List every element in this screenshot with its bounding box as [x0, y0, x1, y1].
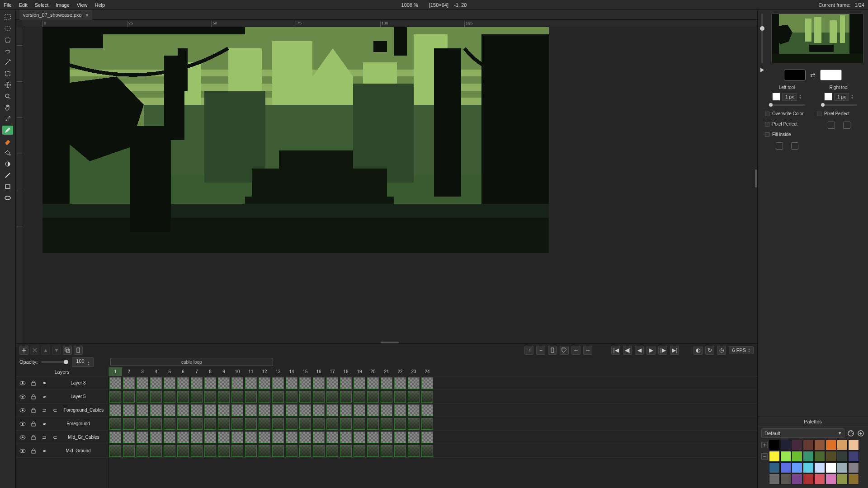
layer-link-icon[interactable]: ⊃: [40, 406, 48, 414]
preview-window[interactable]: [771, 14, 863, 63]
preview-play-button[interactable]: [760, 68, 764, 72]
document-tab[interactable]: version_07_showcase.pxo ×: [19, 10, 92, 20]
overwrite-checkbox[interactable]: [765, 112, 769, 116]
frame-cell[interactable]: [380, 444, 393, 458]
frame-cell[interactable]: [258, 417, 271, 431]
frame-cell[interactable]: [366, 404, 380, 417]
frame-cell[interactable]: [217, 431, 231, 444]
palette-swatch[interactable]: [792, 462, 802, 473]
palette-swatch[interactable]: [848, 474, 859, 484]
opacity-value[interactable]: 100 ▲▼: [72, 357, 94, 367]
frame-cell[interactable]: [271, 404, 285, 417]
frame-cell[interactable]: [203, 444, 217, 458]
frame-cell[interactable]: [380, 390, 393, 404]
frame-cell[interactable]: [407, 390, 420, 404]
frame-number[interactable]: 18: [339, 367, 353, 376]
frame-number[interactable]: 21: [380, 367, 393, 376]
lock-icon[interactable]: [29, 420, 38, 428]
palette-swatch[interactable]: [803, 451, 814, 462]
frame-cell[interactable]: [258, 444, 271, 458]
frame-cell[interactable]: [149, 444, 163, 458]
bucket-tool[interactable]: [2, 148, 13, 157]
palette-swatch[interactable]: [837, 462, 848, 473]
frame-cell[interactable]: [326, 404, 339, 417]
frame-cell[interactable]: [353, 376, 366, 390]
next-frame-button[interactable]: |▶: [658, 346, 667, 355]
palette-swatch[interactable]: [848, 462, 859, 473]
frame-cell[interactable]: [407, 444, 420, 458]
move-layer-down-button[interactable]: ▼: [52, 346, 61, 355]
add-palette-icon[interactable]: [857, 430, 864, 437]
frame-cell[interactable]: [285, 444, 298, 458]
frame-cell[interactable]: [366, 376, 380, 390]
frame-cell[interactable]: [285, 431, 298, 444]
frame-cell[interactable]: [353, 431, 366, 444]
frame-number[interactable]: 16: [312, 367, 326, 376]
frame-cell[interactable]: [285, 376, 298, 390]
frame-cell[interactable]: [407, 431, 420, 444]
canvas-viewport[interactable]: 0255075100125: [16, 20, 757, 343]
frame-cell[interactable]: [393, 376, 407, 390]
frame-cell[interactable]: [244, 417, 258, 431]
clone-frame-button[interactable]: [548, 346, 557, 355]
frame-cell[interactable]: [122, 444, 136, 458]
frame-cell[interactable]: [285, 390, 298, 404]
frame-cell[interactable]: [149, 431, 163, 444]
frame-cell[interactable]: [285, 404, 298, 417]
frame-cell[interactable]: [190, 404, 203, 417]
palette-swatch[interactable]: [826, 474, 836, 484]
frame-cell[interactable]: [231, 417, 244, 431]
frame-cell[interactable]: [136, 376, 149, 390]
frame-cell[interactable]: [326, 431, 339, 444]
frame-cell[interactable]: [108, 404, 122, 417]
frame-tag[interactable]: cable loop: [110, 358, 273, 366]
palette-dropdown[interactable]: Default▾: [761, 428, 844, 438]
frame-cell[interactable]: [271, 417, 285, 431]
frame-cell[interactable]: [271, 444, 285, 458]
frame-cell[interactable]: [420, 376, 434, 390]
foreground-color[interactable]: [784, 70, 806, 80]
frame-cell[interactable]: [312, 431, 326, 444]
palette-swatch[interactable]: [814, 462, 825, 473]
frame-number[interactable]: 13: [271, 367, 285, 376]
palette-swatch[interactable]: [780, 440, 791, 450]
frame-cell[interactable]: [339, 404, 353, 417]
brush-size-input[interactable]: 1 px: [782, 93, 797, 101]
last-frame-button[interactable]: ▶|: [670, 346, 679, 355]
frame-number[interactable]: 8: [203, 367, 217, 376]
polygon-select-tool[interactable]: [2, 35, 13, 44]
frame-cell[interactable]: [203, 404, 217, 417]
frame-cell[interactable]: [231, 444, 244, 458]
brush-shape-right[interactable]: [824, 93, 832, 101]
palette-swatch[interactable]: [792, 451, 802, 462]
play-reverse-button[interactable]: ◀: [635, 346, 644, 355]
frame-cell[interactable]: [108, 390, 122, 404]
frame-cell[interactable]: [244, 404, 258, 417]
brush-size-slider[interactable]: [769, 104, 805, 106]
frame-cell[interactable]: [298, 404, 312, 417]
frame-cell[interactable]: [366, 417, 380, 431]
frame-cell[interactable]: [149, 417, 163, 431]
layer-link-icon[interactable]: ⚭: [40, 420, 48, 428]
frame-number[interactable]: 1: [108, 367, 122, 376]
frame-cell[interactable]: [231, 404, 244, 417]
frame-cell[interactable]: [312, 376, 326, 390]
frame-cell[interactable]: [176, 376, 190, 390]
frame-cell[interactable]: [258, 390, 271, 404]
palette-swatch[interactable]: [814, 474, 825, 484]
frame-number[interactable]: 23: [407, 367, 420, 376]
frame-cell[interactable]: [149, 390, 163, 404]
frame-cell[interactable]: [122, 404, 136, 417]
frame-cell[interactable]: [298, 417, 312, 431]
frame-cell[interactable]: [312, 417, 326, 431]
frame-number[interactable]: 17: [326, 367, 339, 376]
frame-number[interactable]: 7: [190, 367, 203, 376]
frame-number[interactable]: 11: [244, 367, 258, 376]
brush-shape[interactable]: [772, 93, 780, 101]
line-tool[interactable]: [2, 171, 13, 180]
ellipse-tool[interactable]: [2, 193, 13, 202]
frame-cell[interactable]: [366, 431, 380, 444]
frame-cell[interactable]: [217, 444, 231, 458]
frame-cell[interactable]: [149, 404, 163, 417]
frame-number[interactable]: 19: [353, 367, 366, 376]
